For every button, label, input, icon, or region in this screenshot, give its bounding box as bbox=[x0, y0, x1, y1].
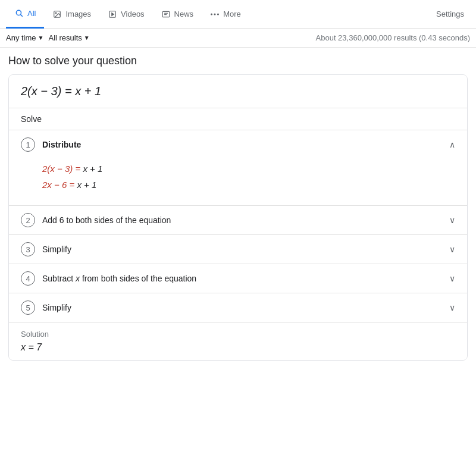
step-2-number: 2 bbox=[21, 213, 35, 227]
svg-marker-5 bbox=[112, 12, 114, 15]
time-filter[interactable]: Any time ▼ bbox=[6, 33, 43, 42]
svg-point-11 bbox=[217, 13, 219, 15]
result-count: About 23,360,000,000 results (0.43 secon… bbox=[316, 33, 470, 42]
time-filter-label: Any time bbox=[6, 33, 36, 42]
nav-bar: All Images Videos News bbox=[0, 0, 476, 29]
svg-point-0 bbox=[16, 10, 21, 15]
main-content: How to solve your question 2(x − 3) = x … bbox=[0, 48, 476, 368]
results-filter-label: All results bbox=[48, 33, 82, 42]
solution-value: x = 7 bbox=[21, 342, 455, 353]
settings-button[interactable]: Settings bbox=[430, 10, 470, 18]
play-icon bbox=[108, 10, 117, 19]
step-3-chevron-icon: ∨ bbox=[449, 245, 455, 254]
step-2-chevron-icon: ∨ bbox=[449, 215, 455, 225]
step-5-chevron-icon: ∨ bbox=[449, 303, 455, 312]
nav-item-videos[interactable]: Videos bbox=[99, 0, 153, 29]
step-4-header[interactable]: 4 Subtract x from both sides of the equa… bbox=[9, 264, 467, 293]
svg-point-9 bbox=[211, 13, 212, 15]
settings-label: Settings bbox=[436, 10, 464, 18]
step-5-number: 5 bbox=[21, 300, 35, 315]
step-1-eq2: 2x − 6 = x + 1 bbox=[42, 180, 455, 190]
results-filter-arrow: ▼ bbox=[84, 35, 90, 41]
step-1: 1 Distribute ∧ 2(x − 3) = x + 1 2x − 6 =… bbox=[9, 130, 467, 206]
step-3-number: 3 bbox=[21, 242, 35, 256]
time-filter-arrow: ▼ bbox=[38, 35, 44, 41]
nav-all-label: All bbox=[27, 9, 36, 18]
step-3-title: Simplify bbox=[42, 245, 442, 254]
nav-more-label: More bbox=[223, 10, 241, 18]
nav-item-all[interactable]: All bbox=[6, 0, 44, 29]
step-1-title: Distribute bbox=[42, 140, 442, 149]
image-icon bbox=[52, 10, 62, 19]
step-2: 2 Add 6 to both sides of the equation ∨ bbox=[9, 206, 467, 235]
search-icon bbox=[14, 8, 24, 18]
equation-display: 2(x − 3) = x + 1 bbox=[9, 75, 467, 108]
step-4-number: 4 bbox=[21, 271, 35, 286]
step-4: 4 Subtract x from both sides of the equa… bbox=[9, 264, 467, 293]
filter-bar: Any time ▼ All results ▼ About 23,360,00… bbox=[0, 29, 476, 48]
nav-item-news[interactable]: News bbox=[153, 0, 202, 29]
step-1-eq1: 2(x − 3) = x + 1 bbox=[42, 164, 455, 174]
step-1-number: 1 bbox=[21, 137, 35, 152]
news-icon bbox=[161, 10, 171, 19]
step-1-chevron-icon: ∧ bbox=[449, 140, 455, 149]
nav-item-more[interactable]: More bbox=[202, 0, 249, 29]
dots-icon bbox=[210, 10, 220, 19]
results-filter[interactable]: All results ▼ bbox=[48, 33, 89, 42]
step-1-header[interactable]: 1 Distribute ∧ bbox=[9, 130, 467, 159]
equation-card: 2(x − 3) = x + 1 Solve 1 Distribute ∧ 2(… bbox=[8, 74, 468, 361]
nav-videos-label: Videos bbox=[121, 10, 145, 18]
equation-text: 2(x − 3) = x + 1 bbox=[21, 84, 101, 98]
nav-item-images[interactable]: Images bbox=[44, 0, 99, 29]
step-2-title: Add 6 to both sides of the equation bbox=[42, 215, 442, 225]
step-2-header[interactable]: 2 Add 6 to both sides of the equation ∨ bbox=[9, 206, 467, 234]
nav-news-label: News bbox=[174, 10, 194, 18]
svg-point-10 bbox=[214, 13, 216, 15]
solution-label: Solution bbox=[21, 330, 455, 339]
step-4-title: Subtract x from both sides of the equati… bbox=[42, 274, 442, 283]
svg-line-1 bbox=[21, 15, 23, 17]
step-4-chevron-icon: ∨ bbox=[449, 274, 455, 283]
nav-images-label: Images bbox=[65, 10, 91, 18]
solution-section: Solution x = 7 bbox=[9, 322, 467, 360]
step-5-header[interactable]: 5 Simplify ∨ bbox=[9, 293, 467, 322]
solve-label: Solve bbox=[9, 108, 467, 130]
how-to-title: How to solve your question bbox=[8, 55, 468, 67]
step-3-header[interactable]: 3 Simplify ∨ bbox=[9, 235, 467, 264]
svg-point-3 bbox=[56, 12, 57, 14]
step-1-content: 2(x − 3) = x + 1 2x − 6 = x + 1 bbox=[9, 159, 467, 205]
step-5-title: Simplify bbox=[42, 303, 442, 312]
step-3: 3 Simplify ∨ bbox=[9, 235, 467, 264]
step-5: 5 Simplify ∨ bbox=[9, 293, 467, 322]
